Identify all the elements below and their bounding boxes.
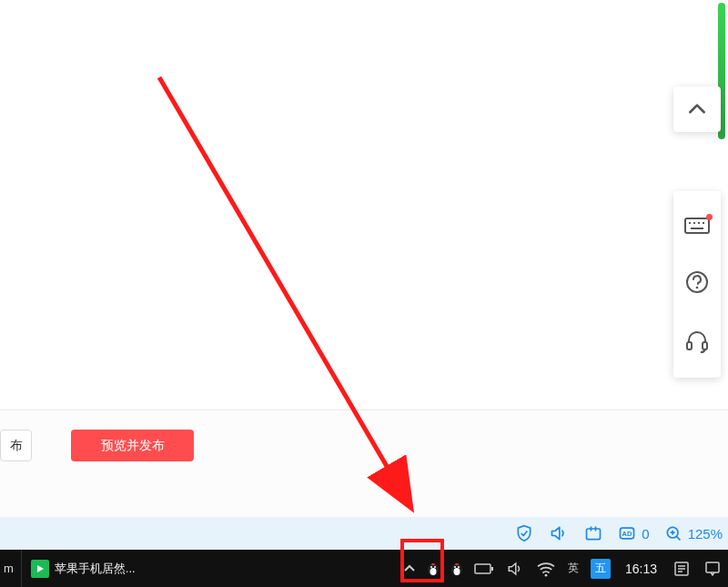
- note-icon: [673, 561, 690, 577]
- notification-icon: [704, 561, 721, 577]
- snapshot-icon: [584, 524, 602, 542]
- taskbar-clock[interactable]: 16:13: [616, 562, 666, 576]
- zoom-icon: [664, 524, 682, 542]
- shield-button[interactable]: [514, 523, 534, 543]
- scroll-top-button[interactable]: [673, 86, 721, 132]
- keyboard-button[interactable]: [683, 216, 711, 236]
- svg-rect-37: [706, 562, 719, 572]
- svg-point-27: [454, 566, 456, 568]
- svg-rect-30: [475, 564, 490, 573]
- svg-rect-9: [703, 342, 707, 349]
- secondary-button-label: 布: [10, 438, 23, 454]
- shield-icon: [515, 524, 533, 542]
- tray-app-2[interactable]: [445, 550, 469, 587]
- help-icon: [684, 269, 710, 295]
- battery-icon: [474, 562, 494, 575]
- svg-point-26: [453, 568, 460, 575]
- action-center-2[interactable]: [697, 550, 728, 587]
- snapshot-button[interactable]: [583, 523, 603, 543]
- ime-lang[interactable]: 英: [561, 550, 585, 587]
- taskbar-app-title: 苹果手机居然...: [55, 561, 136, 577]
- ime-badge-label: 五: [591, 559, 611, 579]
- svg-rect-8: [687, 342, 692, 349]
- wifi-icon: [536, 561, 556, 577]
- svg-point-28: [458, 566, 460, 568]
- help-button[interactable]: [684, 269, 710, 295]
- svg-point-32: [545, 573, 548, 576]
- svg-rect-0: [685, 218, 709, 233]
- volume-button[interactable]: [549, 523, 569, 543]
- adblock-count: 0: [642, 526, 649, 541]
- app-footer: [0, 410, 728, 517]
- float-tools: [673, 191, 721, 378]
- chevron-up-icon: [685, 97, 709, 121]
- tray-volume[interactable]: [500, 550, 531, 587]
- taskbar-app-partial-label: m: [4, 562, 14, 575]
- svg-marker-19: [37, 565, 44, 572]
- svg-point-29: [455, 563, 459, 565]
- ime-method[interactable]: 五: [585, 550, 616, 587]
- content-area: [0, 0, 728, 410]
- clock-time: 16:13: [625, 562, 657, 576]
- taskbar: m 苹果手机居然...: [0, 550, 728, 587]
- penguin-icon: [449, 561, 465, 577]
- ime-lang-label: 英: [568, 561, 579, 576]
- volume-icon: [506, 561, 524, 577]
- tray-battery[interactable]: [469, 550, 500, 587]
- adblock-button[interactable]: AD 0: [618, 524, 649, 542]
- svg-rect-10: [587, 529, 601, 540]
- headset-icon: [684, 329, 710, 354]
- taskbar-app-video[interactable]: 苹果手机居然...: [21, 550, 145, 587]
- publish-button[interactable]: 预览并发布: [71, 430, 194, 461]
- svg-point-7: [696, 286, 699, 288]
- browser-status-bar: AD 0 125%: [0, 517, 728, 550]
- play-icon: [31, 560, 49, 578]
- zoom-button[interactable]: 125%: [664, 524, 723, 542]
- tray-wifi[interactable]: [531, 550, 561, 587]
- system-tray: 英 五 16:13: [398, 550, 728, 587]
- notification-dot-icon: [706, 214, 713, 220]
- adblock-icon: AD: [618, 524, 636, 542]
- taskbar-app-partial[interactable]: m: [0, 550, 21, 587]
- svg-line-16: [676, 536, 680, 540]
- support-button[interactable]: [684, 329, 710, 354]
- publish-button-label: 预览并发布: [101, 438, 165, 454]
- action-center-1[interactable]: [666, 550, 697, 587]
- svg-text:AD: AD: [622, 530, 632, 538]
- svg-rect-31: [491, 567, 493, 571]
- secondary-button[interactable]: 布: [0, 430, 32, 461]
- zoom-level: 125%: [688, 526, 723, 541]
- volume-icon: [549, 524, 569, 542]
- annotation-highlight-box: [400, 539, 444, 582]
